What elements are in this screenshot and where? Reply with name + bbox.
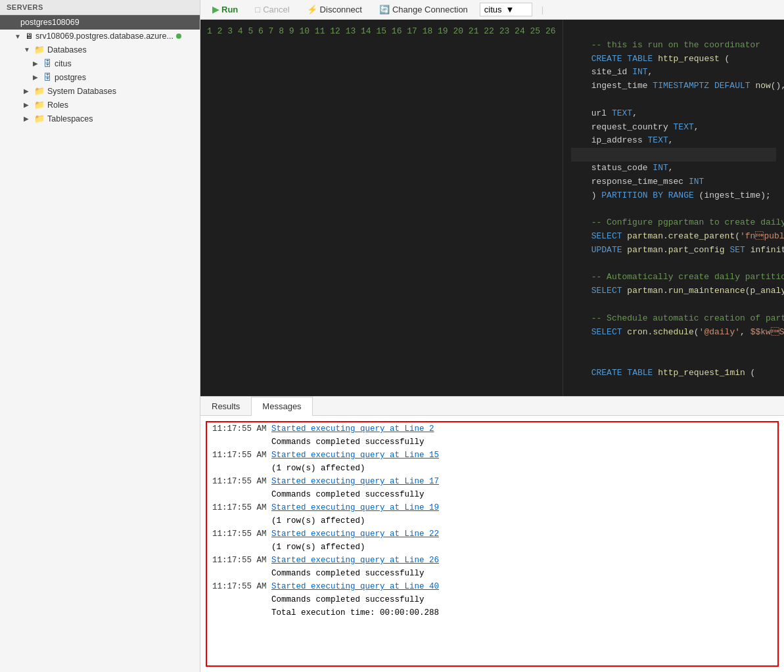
results-tabs: Results Messages (200, 397, 784, 416)
disconnect-button[interactable]: ⚡ Disconnect (302, 3, 367, 16)
message-time: 11:17:55 AM (212, 503, 271, 512)
databases-folder[interactable]: ▼ 📁 Databases (0, 43, 200, 56)
message-detail: Commands completed successfully (271, 595, 425, 604)
message-row: 11:17:55 AM Started executing query at L… (207, 580, 777, 593)
databases-arrow: ▼ (24, 46, 34, 53)
server-node[interactable]: ▼ postgres108069 (0, 15, 200, 30)
message-row: 11:17:55 AM Started executing query at L… (207, 527, 777, 541)
postgres-db-item[interactable]: ▶ 🗄 postgres (0, 70, 200, 84)
message-detail-row: Commands completed successfully (207, 488, 777, 501)
cancel-button[interactable]: □ Cancel (250, 3, 294, 16)
code-editor[interactable]: 1 2 3 4 5 6 7 8 9 10 11 12 13 14 15 16 1… (200, 20, 784, 396)
citus-db-label: citus (55, 59, 72, 68)
message-detail-row: Commands completed successfully (207, 436, 777, 449)
message-detail-row: Commands completed successfully (207, 593, 777, 606)
code-content[interactable]: -- this is run on the coordinator CREATE… (563, 20, 785, 396)
message-link[interactable]: Started executing query at Line 19 (271, 503, 439, 512)
tablespaces-arrow: ▶ (24, 115, 34, 122)
databases-label: Databases (47, 45, 87, 55)
messages-container: 11:17:55 AM Started executing query at L… (206, 421, 779, 667)
connection-status-dot (176, 34, 181, 39)
roles-item[interactable]: ▶ 📁 Roles (0, 98, 200, 112)
connection-label: srv108069.postgres.database.azure... (35, 32, 173, 41)
citus-db-icon: 🗄 (43, 58, 52, 68)
run-label: Run (221, 5, 238, 14)
message-detail: Commands completed successfully (271, 437, 425, 447)
message-link[interactable]: Started executing query at Line 17 (271, 477, 439, 486)
system-databases-item[interactable]: ▶ 📁 System Databases (0, 84, 200, 98)
message-detail: (1 row(s) affected) (271, 516, 365, 526)
servers-label: SERVERS (7, 3, 43, 11)
postgres-arrow: ▶ (33, 74, 43, 81)
main-content: ▶ Run □ Cancel ⚡ Disconnect 🔄 Change Con… (200, 0, 784, 672)
message-row: 11:17:55 AM Started executing query at L… (207, 449, 777, 462)
sidebar: SERVERS ▼ postgres108069 ▼ 🖥 srv108069.p… (0, 0, 200, 672)
cancel-icon: □ (255, 5, 260, 14)
message-detail-row: (1 row(s) affected) (207, 462, 777, 475)
message-detail-row: Commands completed successfully (207, 567, 777, 580)
tab-results[interactable]: Results (200, 397, 251, 415)
message-time: 11:17:55 AM (212, 529, 271, 539)
citus-db-item[interactable]: ▶ 🗄 citus (0, 56, 200, 70)
tablespaces-label: Tablespaces (47, 114, 93, 123)
editor-area: 1 2 3 4 5 6 7 8 9 10 11 12 13 14 15 16 1… (200, 20, 784, 672)
message-row: 11:17:55 AM Started executing query at L… (207, 422, 777, 436)
message-time: 11:17:55 AM (212, 451, 271, 460)
tablespaces-icon: 📁 (34, 114, 45, 123)
tab-messages[interactable]: Messages (251, 397, 312, 416)
results-panel: Results Messages 11:17:55 AM Started exe… (200, 396, 784, 672)
citus-arrow: ▶ (33, 60, 43, 67)
message-link[interactable]: Started executing query at Line 40 (271, 582, 439, 591)
server-icon: 🖥 (25, 32, 33, 41)
roles-icon: 📁 (34, 100, 45, 110)
message-link[interactable]: Started executing query at Line 26 (271, 556, 439, 565)
message-row: 11:17:55 AM Started executing query at L… (207, 475, 777, 488)
message-link[interactable]: Started executing query at Line 15 (271, 451, 439, 460)
message-link[interactable]: Started executing query at Line 22 (271, 529, 439, 539)
message-detail: Commands completed successfully (271, 569, 425, 578)
message-detail: (1 row(s) affected) (271, 543, 365, 552)
dropdown-arrow-icon: ▼ (506, 5, 515, 14)
message-link[interactable]: Started executing query at Line 2 (271, 424, 434, 434)
message-row: 11:17:55 AM Started executing query at L… (207, 501, 777, 514)
message-detail: (1 row(s) affected) (271, 464, 365, 473)
message-row: 11:17:55 AM Started executing query at L… (207, 554, 777, 567)
postgres-db-label: postgres (55, 73, 86, 82)
run-button[interactable]: ▶ Run (207, 3, 243, 16)
servers-section-header: SERVERS (0, 0, 200, 15)
run-play-icon: ▶ (212, 5, 219, 14)
connection-item[interactable]: ▼ 🖥 srv108069.postgres.database.azure... (0, 30, 200, 43)
roles-label: Roles (47, 101, 68, 110)
message-total: Total execution time: 00:00:00.288 (271, 608, 439, 617)
roles-arrow: ▶ (24, 101, 34, 108)
system-databases-arrow: ▶ (24, 87, 34, 95)
connection-dropdown[interactable]: citus ▼ (480, 3, 532, 16)
toolbar: ▶ Run □ Cancel ⚡ Disconnect 🔄 Change Con… (200, 0, 784, 20)
disconnect-icon: ⚡ (307, 5, 317, 14)
postgres-db-icon: 🗄 (43, 72, 52, 82)
server-label: postgres108069 (20, 18, 80, 27)
tablespaces-item[interactable]: ▶ 📁 Tablespaces (0, 112, 200, 125)
connection-name: citus (484, 5, 502, 14)
message-time: 11:17:55 AM (212, 424, 271, 434)
line-numbers: 1 2 3 4 5 6 7 8 9 10 11 12 13 14 15 16 1… (200, 20, 563, 396)
message-time: 11:17:55 AM (212, 477, 271, 486)
message-total-row: Total execution time: 00:00:00.288 (207, 606, 777, 619)
disconnect-label: Disconnect (320, 5, 362, 14)
system-databases-icon: 📁 (34, 86, 45, 96)
databases-folder-icon: 📁 (34, 45, 45, 55)
server-expand-arrow: ▼ (7, 19, 17, 26)
change-connection-button[interactable]: 🔄 Change Connection (374, 3, 473, 16)
message-time: 11:17:55 AM (212, 556, 271, 565)
cancel-label: Cancel (263, 5, 289, 14)
change-connection-icon: 🔄 (379, 5, 390, 14)
change-connection-label: Change Connection (392, 5, 468, 14)
message-detail-row: (1 row(s) affected) (207, 541, 777, 554)
message-detail-row: (1 row(s) affected) (207, 514, 777, 527)
toolbar-separator: | (542, 5, 543, 14)
message-detail: Commands completed successfully (271, 490, 425, 499)
message-time: 11:17:55 AM (212, 582, 271, 591)
connection-arrow: ▼ (14, 33, 25, 40)
system-databases-label: System Databases (47, 87, 116, 96)
